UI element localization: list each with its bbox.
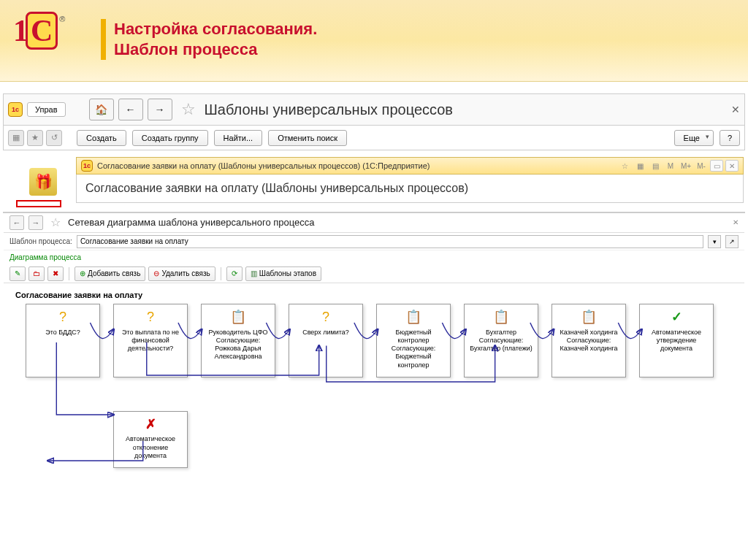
question-icon: ? — [292, 309, 359, 326]
node-row-1: ?Это БДДС? ?Это выплата по не финансовой… — [26, 304, 737, 377]
title-accent-bar — [101, 19, 106, 60]
reject-icon: ✗ — [117, 416, 184, 433]
modal-heading: Согласование заявки на оплату (Шаблоны у… — [85, 182, 734, 195]
slide-title: Настройка согласования. Шаблон процесса — [114, 19, 317, 59]
template-field-input[interactable] — [77, 235, 703, 248]
back-button[interactable]: ← — [118, 99, 143, 120]
modal-m[interactable]: M — [664, 160, 677, 172]
slide-title-line2: Шаблон процесса — [114, 39, 317, 60]
diagram-title: Сетевая диаграмма шаблона универсального… — [68, 217, 315, 228]
page-title: Шаблоны универсальных процессов — [205, 101, 453, 118]
logo-1c: 1C® — [13, 13, 64, 55]
modal-titlebar[interactable]: 1c Согласование заявки на оплату (Шаблон… — [76, 157, 744, 174]
modal-close-icon[interactable]: ✕ — [725, 160, 739, 172]
field-open-button[interactable]: ↗ — [725, 235, 739, 248]
modal-window: 1c Согласование заявки на оплату (Шаблон… — [76, 157, 744, 205]
toolbar-separator — [221, 267, 221, 280]
tab-chip[interactable]: Управ — [27, 102, 66, 117]
create-button[interactable]: Создать — [77, 130, 126, 146]
node-auto-approve[interactable]: ✓Автоматическое утверждение документа — [639, 304, 714, 377]
gift-icon[interactable]: 🎁 — [29, 168, 57, 196]
node-cfo-head[interactable]: 📋Руководитель ЦФО Согласующие: Рожкова Д… — [201, 304, 275, 377]
favorite-star-icon[interactable]: ☆ — [181, 100, 196, 119]
document-icon: 📋 — [205, 309, 272, 326]
dw-back-button[interactable]: ← — [9, 215, 24, 230]
slide-title-line1: Настройка согласования. — [114, 19, 317, 39]
question-icon: ? — [29, 309, 96, 326]
section-label: Диаграмма процесса — [4, 250, 744, 264]
field-dropdown-button[interactable]: ▾ — [708, 235, 721, 248]
star-icon[interactable]: ★ — [27, 130, 43, 146]
diagram-canvas[interactable]: Согласование заявки на оплату ?Это БДДС?… — [4, 283, 744, 474]
stage-templates-button[interactable]: ▥Шаблоны этапов — [245, 266, 321, 281]
dw-star-icon[interactable]: ☆ — [50, 215, 61, 229]
node-treasurer[interactable]: 📋Казначей холдинга Согласующие: Казначей… — [552, 304, 626, 377]
node-accountant[interactable]: 📋Бухгалтер Согласующие: Бухгалтер (плате… — [464, 304, 538, 377]
diagram-toolbar: ✎ 🗀 ✖ ⊕Добавить связь ⊖Удалить связь ⟳ ▥… — [4, 264, 744, 283]
modal-m-minus[interactable]: M- — [695, 160, 708, 172]
delete-link-button[interactable]: ⊖Удалить связь — [148, 266, 215, 281]
document-icon: 📋 — [468, 309, 535, 326]
app-toolbar: ▦ ★ ↺ Создать Создать группу Найти... От… — [3, 126, 745, 150]
tool-delete-icon[interactable]: 🗀 — [28, 266, 45, 281]
slide-banner: 1C® Настройка согласования. Шаблон проце… — [0, 0, 748, 82]
node-nonfin[interactable]: ?Это выплата по не финансовой деятельнос… — [113, 304, 188, 377]
template-field-row: Шаблон процесса: ▾ ↗ — [4, 233, 744, 250]
close-icon[interactable]: ✕ — [731, 104, 740, 115]
app-logo-icon[interactable]: 1c — [8, 102, 23, 117]
modal-body: Согласование заявки на оплату (Шаблоны у… — [76, 174, 744, 203]
dw-close-icon[interactable]: ✕ — [733, 218, 739, 226]
diagram-window: ← → ☆ Сетевая диаграмма шаблона универса… — [3, 212, 745, 213]
document-icon: 📋 — [555, 309, 622, 326]
modal-logo-icon: 1c — [81, 160, 93, 172]
help-button[interactable]: ? — [720, 130, 740, 146]
check-icon: ✓ — [643, 309, 710, 326]
tool-refresh-icon[interactable]: ⟳ — [226, 266, 243, 281]
dw-forward-button[interactable]: → — [28, 215, 43, 230]
node-over-limit[interactable]: ?Сверх лимита? — [289, 304, 363, 377]
grid-menu-icon[interactable]: ▦ — [8, 130, 24, 146]
add-link-button[interactable]: ⊕Добавить связь — [75, 266, 145, 281]
canvas-title: Согласование заявки на оплату — [15, 291, 737, 299]
modal-tool-fav-icon[interactable]: ☆ — [618, 160, 631, 172]
diagram-header: ← → ☆ Сетевая диаграмма шаблона универса… — [4, 212, 744, 233]
modal-tool-grid-icon[interactable]: ▦ — [633, 160, 646, 172]
tool-edit-icon[interactable]: ✎ — [9, 266, 26, 281]
node-row-2: ✗Автоматическое отклонение документа — [113, 411, 737, 468]
toolbar-separator — [69, 267, 69, 280]
forward-button[interactable]: → — [148, 99, 172, 120]
node-auto-reject[interactable]: ✗Автоматическое отклонение документа — [113, 411, 188, 468]
template-field-label: Шаблон процесса: — [9, 237, 72, 245]
app-topnav: 1c Управ 🏠 ← → ☆ Шаблоны универсальных п… — [3, 93, 745, 126]
cancel-find-button[interactable]: Отменить поиск — [268, 130, 347, 146]
history-icon[interactable]: ↺ — [46, 130, 62, 146]
document-icon: 📋 — [380, 309, 447, 326]
selection-frame — [16, 200, 61, 207]
more-button[interactable]: Еще — [674, 130, 714, 146]
home-button[interactable]: 🏠 — [89, 99, 114, 120]
node-bdds[interactable]: ?Это БДДС? — [26, 304, 100, 377]
modal-tool-calc-icon[interactable]: ▤ — [649, 160, 662, 172]
modal-m-plus[interactable]: M+ — [679, 160, 692, 172]
modal-title-text: Согласование заявки на оплату (Шаблоны у… — [97, 161, 430, 170]
modal-minimize-icon[interactable]: ▭ — [710, 160, 723, 172]
tool-cancel-icon[interactable]: ✖ — [47, 266, 64, 281]
create-group-button[interactable]: Создать группу — [132, 130, 208, 146]
question-icon: ? — [117, 309, 184, 326]
node-budget-ctrl[interactable]: 📋Бюджетный контролер Согласующие: Бюджет… — [376, 304, 451, 377]
find-button[interactable]: Найти... — [214, 130, 263, 146]
